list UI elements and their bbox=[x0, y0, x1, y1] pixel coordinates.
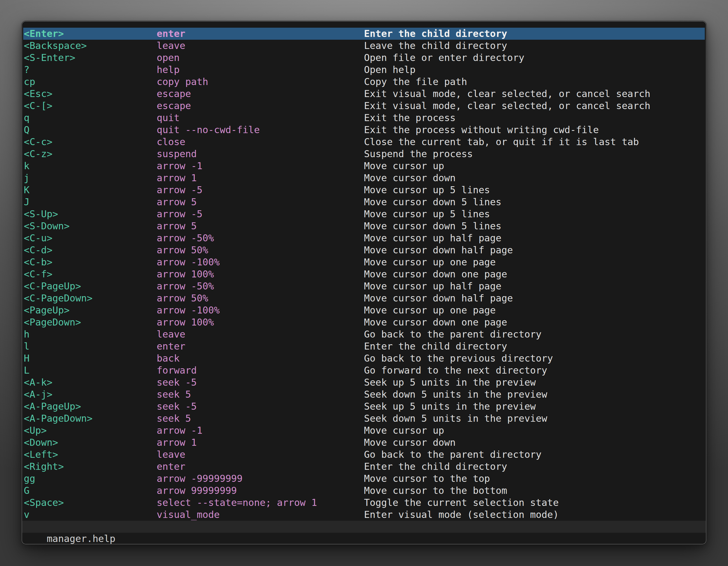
keybind-row[interactable]: k arrow -1 Move cursor up bbox=[23, 160, 705, 172]
command-cell: arrow 5 bbox=[157, 220, 364, 232]
description-cell: Move cursor up 5 lines bbox=[364, 184, 704, 196]
key-cell: <Enter> bbox=[24, 28, 157, 40]
keybind-row[interactable]: <Up> arrow -1 Move cursor up bbox=[23, 424, 705, 436]
keybind-row[interactable]: <C-d> arrow 50% Move cursor down half pa… bbox=[23, 244, 705, 256]
command-cell: arrow -5 bbox=[157, 208, 364, 220]
description-cell: Move cursor to the top bbox=[364, 473, 704, 485]
key-cell: <C-b> bbox=[24, 256, 157, 268]
key-cell: <A-j> bbox=[24, 388, 157, 400]
keybind-row[interactable]: <Backspace> leave Leave the child direct… bbox=[23, 40, 705, 52]
keybind-row[interactable]: <Enter> enter Enter the child directory bbox=[23, 28, 705, 40]
keybind-row[interactable]: gg arrow -99999999 Move cursor to the to… bbox=[23, 473, 705, 485]
key-cell: J bbox=[24, 196, 157, 208]
keybind-row[interactable]: J arrow 5 Move cursor down 5 lines bbox=[23, 196, 705, 208]
description-cell: Move cursor down 5 lines bbox=[364, 220, 704, 232]
command-cell: arrow -5 bbox=[157, 184, 364, 196]
command-cell: arrow 1 bbox=[157, 172, 364, 184]
keybind-row[interactable]: <A-PageDown> seek 5 Seek down 5 units in… bbox=[23, 412, 705, 424]
description-cell: Move cursor down one page bbox=[364, 268, 704, 280]
command-cell: enter bbox=[157, 340, 364, 352]
key-cell: <C-f> bbox=[24, 268, 157, 280]
keybind-row[interactable]: <Left> leave Go back to the parent direc… bbox=[23, 448, 705, 461]
description-cell: Move cursor up half page bbox=[364, 232, 704, 244]
keybind-row[interactable]: <C-PageDown> arrow 50% Move cursor down … bbox=[23, 292, 705, 304]
command-cell: leave bbox=[157, 448, 364, 461]
key-cell: <Space> bbox=[24, 497, 157, 509]
key-cell: <C-u> bbox=[24, 232, 157, 244]
description-cell: Leave the child directory bbox=[364, 40, 704, 52]
key-cell: <C-d> bbox=[24, 244, 157, 256]
key-cell: <Up> bbox=[24, 424, 157, 436]
keybind-row[interactable]: <Right> enter Enter the child directory bbox=[23, 461, 705, 473]
keybind-row[interactable]: ? help Open help bbox=[23, 64, 705, 76]
command-cell: seek 5 bbox=[157, 388, 364, 400]
command-cell: arrow -100% bbox=[157, 256, 364, 268]
keybind-row[interactable]: <Down> arrow 1 Move cursor down bbox=[23, 436, 705, 448]
description-cell: Exit visual mode, clear selected, or can… bbox=[364, 88, 704, 100]
command-cell: quit --no-cwd-file bbox=[157, 124, 364, 136]
command-cell: arrow -50% bbox=[157, 232, 364, 244]
keybind-row[interactable]: <C-c> close Close the current tab, or qu… bbox=[23, 136, 705, 148]
command-cell: close bbox=[157, 136, 364, 148]
keybind-row[interactable]: h leave Go back to the parent directory bbox=[23, 328, 705, 340]
description-cell: Seek down 5 units in the preview bbox=[364, 412, 704, 424]
key-cell: <A-PageDown> bbox=[24, 412, 157, 424]
keybind-row[interactable]: <C-b> arrow -100% Move cursor up one pag… bbox=[23, 256, 705, 268]
keybind-row[interactable]: <PageUp> arrow -100% Move cursor up one … bbox=[23, 304, 705, 316]
key-cell: Q bbox=[24, 124, 157, 136]
keybind-row[interactable]: Q quit --no-cwd-file Exit the process wi… bbox=[23, 124, 705, 136]
key-cell: h bbox=[24, 328, 157, 340]
keybind-row[interactable]: <C-f> arrow 100% Move cursor down one pa… bbox=[23, 268, 705, 280]
keybind-row[interactable]: L forward Go forward to the next directo… bbox=[23, 364, 705, 376]
key-cell: <S-Down> bbox=[24, 220, 157, 232]
keybind-row[interactable]: <PageDown> arrow 100% Move cursor down o… bbox=[23, 316, 705, 328]
command-cell: copy path bbox=[157, 76, 364, 88]
description-cell: Exit visual mode, clear selected, or can… bbox=[364, 100, 704, 112]
key-cell: <A-k> bbox=[24, 376, 157, 388]
keybind-row[interactable]: <A-j> seek 5 Seek down 5 units in the pr… bbox=[23, 388, 705, 400]
keybind-row[interactable]: <S-Enter> open Open file or enter direct… bbox=[23, 52, 705, 64]
keybind-row[interactable]: H back Go back to the previous directory bbox=[23, 352, 705, 364]
key-cell: <Right> bbox=[24, 461, 157, 473]
keybind-row[interactable]: <A-PageUp> seek -5 Seek up 5 units in th… bbox=[23, 400, 705, 412]
keybind-row[interactable]: <S-Up> arrow -5 Move cursor up 5 lines bbox=[23, 208, 705, 220]
command-cell: arrow -100% bbox=[157, 304, 364, 316]
keybind-row[interactable]: <Space> select --state=none; arrow 1 Tog… bbox=[23, 497, 705, 509]
command-cell: quit bbox=[157, 112, 364, 124]
description-cell: Copy the file path bbox=[364, 76, 704, 88]
keybind-row[interactable]: cp copy path Copy the file path bbox=[23, 76, 705, 88]
key-cell: <C-c> bbox=[24, 136, 157, 148]
keybind-row[interactable]: l enter Enter the child directory bbox=[23, 340, 705, 352]
key-cell: <S-Up> bbox=[24, 208, 157, 220]
keybind-row[interactable]: q quit Exit the process bbox=[23, 112, 705, 124]
description-cell: Enter the child directory bbox=[364, 461, 704, 473]
command-cell: select --state=none; arrow 1 bbox=[157, 497, 364, 509]
key-cell: j bbox=[24, 172, 157, 184]
keybind-row[interactable]: K arrow -5 Move cursor up 5 lines bbox=[23, 184, 705, 196]
description-cell: Move cursor up bbox=[364, 160, 704, 172]
key-cell: ? bbox=[24, 64, 157, 76]
command-cell: arrow -99999999 bbox=[157, 473, 364, 485]
keybind-row[interactable]: <C-u> arrow -50% Move cursor up half pag… bbox=[23, 232, 705, 244]
keybind-row[interactable]: j arrow 1 Move cursor down bbox=[23, 172, 705, 184]
description-cell: Move cursor down one page bbox=[364, 316, 704, 328]
keybind-row[interactable]: <C-[> escape Exit visual mode, clear sel… bbox=[23, 100, 705, 112]
keybind-row[interactable]: <C-PageUp> arrow -50% Move cursor up hal… bbox=[23, 280, 705, 292]
description-cell: Close the current tab, or quit if it is … bbox=[364, 136, 704, 148]
command-cell: back bbox=[157, 352, 364, 364]
keybind-row[interactable]: G arrow 99999999 Move cursor to the bott… bbox=[23, 485, 705, 497]
description-cell: Move cursor up one page bbox=[364, 304, 704, 316]
command-cell: seek -5 bbox=[157, 376, 364, 388]
keybind-row[interactable]: <Esc> escape Exit visual mode, clear sel… bbox=[23, 88, 705, 100]
command-cell: enter bbox=[157, 461, 364, 473]
terminal-window[interactable]: <Enter> enter Enter the child directory … bbox=[22, 21, 706, 544]
description-cell: Seek up 5 units in the preview bbox=[364, 400, 704, 412]
keybind-row[interactable]: <C-z> suspend Suspend the process bbox=[23, 148, 705, 160]
key-cell: L bbox=[24, 364, 157, 376]
terminal-bottom-padding bbox=[22, 533, 706, 544]
keybind-row[interactable]: <A-k> seek -5 Seek up 5 units in the pre… bbox=[23, 376, 705, 388]
keybind-row[interactable]: <S-Down> arrow 5 Move cursor down 5 line… bbox=[23, 220, 705, 232]
description-cell: Move cursor up 5 lines bbox=[364, 208, 704, 220]
keybind-row[interactable]: v visual_mode Enter visual mode (selecti… bbox=[23, 509, 705, 521]
description-cell: Move cursor down half page bbox=[364, 292, 704, 304]
